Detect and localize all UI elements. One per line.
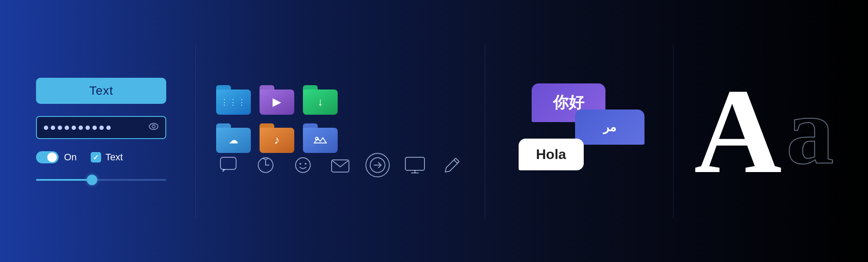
- dot-5: [72, 126, 76, 130]
- cloud-folder[interactable]: ☁: [216, 123, 251, 153]
- toggle-checkbox-row: On ✓ Text: [36, 151, 175, 163]
- folder-body: ⋮⋮⋮: [216, 90, 251, 115]
- folder-body: [303, 128, 338, 153]
- eye-icon[interactable]: [149, 123, 158, 132]
- checkmark-icon: ✓: [93, 153, 99, 162]
- typography-section: A a: [694, 70, 832, 192]
- folder-body: ☁: [216, 128, 251, 153]
- folder-content: ☁: [216, 128, 251, 153]
- arabic-bubble: مر: [575, 109, 644, 145]
- system-icons-row: [216, 153, 464, 177]
- video-folder[interactable]: ▶: [260, 85, 294, 115]
- folder-row-bottom: ☁ ♪: [216, 123, 464, 153]
- slider-fill: [36, 179, 95, 181]
- pen-icon[interactable]: [440, 153, 464, 177]
- photos-folder[interactable]: [303, 123, 338, 153]
- dot-4: [65, 126, 69, 130]
- dot-6: [79, 126, 83, 130]
- folder-content: ↓: [303, 90, 338, 115]
- slider-track: [36, 179, 166, 181]
- main-container: Text: [0, 0, 868, 262]
- dot-1: [44, 126, 48, 130]
- folder-body: ▶: [260, 90, 294, 115]
- divider-2: [485, 44, 485, 218]
- spanish-bubble: Hola: [519, 139, 584, 170]
- toggle-label: On: [64, 152, 76, 163]
- svg-point-6: [299, 163, 301, 165]
- folder-content: ♪: [260, 128, 294, 153]
- folder-body: ↓: [303, 90, 338, 115]
- checkbox-container[interactable]: ✓ Text: [91, 152, 123, 163]
- toggle-container: On: [36, 151, 76, 163]
- large-letter-A: A: [694, 70, 777, 192]
- monitor-icon[interactable]: [403, 153, 427, 177]
- mail-icon[interactable]: [328, 153, 352, 177]
- svg-point-2: [316, 137, 318, 140]
- folder-body: ♪: [260, 128, 294, 153]
- outline-letter-a: a: [786, 83, 832, 179]
- password-dots: [44, 126, 111, 130]
- checkbox-label: Text: [105, 152, 123, 163]
- text-input[interactable]: Text: [36, 78, 166, 104]
- dot-2: [51, 126, 55, 130]
- download-folder[interactable]: ↓: [303, 85, 338, 115]
- files-folder[interactable]: ⋮⋮⋮: [216, 85, 251, 115]
- svg-point-1: [152, 125, 155, 128]
- divider-1: [195, 44, 196, 218]
- clock-icon[interactable]: [253, 153, 278, 177]
- arrow-right-icon[interactable]: [365, 153, 390, 177]
- folders-section: ⋮⋮⋮ ▶ ↓ ☁: [216, 85, 464, 177]
- toggle-switch[interactable]: [36, 151, 59, 163]
- svg-point-0: [149, 123, 158, 129]
- password-input[interactable]: [36, 116, 166, 139]
- dot-7: [85, 126, 90, 130]
- toggle-knob: [47, 153, 57, 162]
- checkbox[interactable]: ✓: [91, 152, 101, 163]
- dot-10: [106, 126, 111, 130]
- translation-section: 你好 مر Hola: [506, 57, 653, 205]
- slider-thumb[interactable]: [87, 175, 97, 185]
- controls-section: Text: [36, 78, 175, 184]
- folder-content: ▶: [260, 90, 294, 115]
- svg-rect-10: [405, 157, 424, 170]
- emoji-icon[interactable]: [291, 153, 315, 177]
- music-folder[interactable]: ♪: [260, 123, 294, 153]
- slider-container[interactable]: [36, 176, 166, 184]
- dot-3: [58, 126, 62, 130]
- svg-point-7: [305, 163, 306, 165]
- svg-point-5: [296, 158, 310, 172]
- svg-rect-3: [220, 157, 236, 169]
- folder-row-top: ⋮⋮⋮ ▶ ↓: [216, 85, 464, 115]
- folder-content: ⋮⋮⋮: [216, 90, 251, 115]
- folder-content: [303, 128, 338, 153]
- dot-8: [92, 126, 97, 130]
- divider-3: [673, 44, 674, 218]
- dot-9: [99, 126, 104, 130]
- chat-icon[interactable]: [216, 153, 240, 177]
